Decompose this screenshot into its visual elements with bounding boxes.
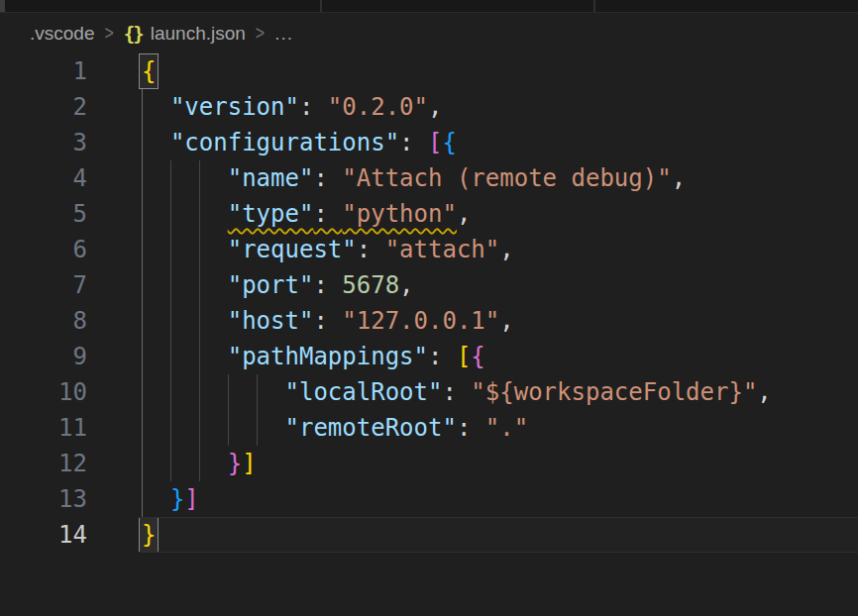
code-token: , bbox=[399, 271, 413, 299]
line-number: 1 bbox=[0, 53, 87, 89]
code-token: "pathMappings" bbox=[228, 343, 428, 370]
breadcrumb-item-file[interactable]: launch.json bbox=[151, 23, 246, 45]
chevron-right-icon: > bbox=[256, 22, 265, 45]
indent-guide bbox=[199, 267, 200, 303]
indent-guide-active bbox=[142, 339, 143, 374]
code-line: 2 "version": "0.2.0", bbox=[0, 89, 858, 125]
code-line: 14} bbox=[0, 517, 858, 553]
code-token: : bbox=[357, 236, 385, 263]
code-token: 5678 bbox=[342, 271, 399, 299]
line-number: 4 bbox=[0, 160, 87, 196]
indent-guide bbox=[170, 267, 171, 303]
line-number: 12 bbox=[0, 446, 87, 481]
breadcrumb-symbol-ellipsis[interactable]: ... bbox=[274, 23, 293, 45]
code-content[interactable]: }] bbox=[87, 446, 858, 481]
indent-guide-active bbox=[142, 160, 143, 196]
line-number: 10 bbox=[0, 374, 87, 410]
indent-guide-active bbox=[142, 125, 143, 160]
indent-guide bbox=[199, 339, 200, 374]
code-token: : bbox=[299, 93, 328, 121]
indent-guide bbox=[170, 232, 171, 267]
indent-guide bbox=[170, 339, 171, 374]
indent-guide bbox=[170, 446, 171, 481]
code-token bbox=[142, 236, 228, 263]
editor-area[interactable]: 1{2 "version": "0.2.0",3 "configurations… bbox=[0, 53, 858, 553]
code-line: 7 "port": 5678, bbox=[0, 267, 858, 303]
code-token: "python" bbox=[342, 200, 457, 228]
code-content[interactable]: "pathMappings": [{ bbox=[87, 339, 858, 374]
indent-guide bbox=[170, 410, 171, 446]
code-token: ] bbox=[242, 450, 256, 477]
code-token: , bbox=[672, 164, 686, 192]
code-token bbox=[142, 378, 285, 406]
code-token bbox=[142, 485, 170, 513]
code-line: 1{ bbox=[0, 53, 858, 89]
code-content[interactable]: { bbox=[87, 53, 858, 89]
code-content[interactable]: "request": "attach", bbox=[87, 232, 858, 267]
indent-guide bbox=[257, 374, 258, 410]
code-content[interactable]: "version": "0.2.0", bbox=[87, 89, 858, 125]
code-content[interactable]: "name": "Attach (remote debug)", bbox=[87, 160, 858, 196]
code-token bbox=[142, 200, 228, 228]
indent-guide bbox=[199, 303, 200, 339]
line-number: 14 bbox=[0, 517, 87, 553]
code-token bbox=[142, 307, 228, 335]
code-content[interactable]: "configurations": [{ bbox=[87, 125, 858, 160]
code-token: , bbox=[428, 93, 442, 121]
indent-guide bbox=[228, 410, 229, 446]
code-line: 8 "host": "127.0.0.1", bbox=[0, 303, 858, 339]
indent-guide-active bbox=[142, 374, 143, 410]
code-token: "configurations" bbox=[170, 129, 399, 156]
code-token: { bbox=[442, 129, 456, 156]
code-token bbox=[142, 271, 228, 299]
code-token: { bbox=[471, 343, 484, 370]
code-token: "request" bbox=[228, 236, 357, 263]
indent-guide bbox=[199, 374, 200, 410]
chevron-right-icon: > bbox=[104, 22, 113, 45]
code-content[interactable]: "remoteRoot": "." bbox=[87, 410, 858, 446]
breadcrumb: .vscode > {} launch.json > ... bbox=[0, 13, 858, 53]
bracket-match-box: { bbox=[139, 53, 159, 89]
code-token: "port" bbox=[228, 271, 314, 299]
code-content[interactable]: }] bbox=[87, 481, 858, 517]
code-content[interactable]: "port": 5678, bbox=[87, 267, 858, 303]
indent-guide-active bbox=[142, 196, 143, 232]
code-token: "host" bbox=[228, 307, 314, 335]
code-line: 12 }] bbox=[0, 446, 858, 481]
code-token: : bbox=[313, 200, 342, 228]
code-content[interactable]: } bbox=[87, 517, 858, 553]
code-token: : bbox=[399, 129, 428, 156]
code-content[interactable]: "localRoot": "${workspaceFolder}", bbox=[87, 374, 858, 410]
code-token: } bbox=[228, 450, 242, 477]
tab-strip bbox=[0, 0, 858, 13]
code-token: : bbox=[313, 271, 342, 299]
indent-guide-active bbox=[142, 303, 143, 339]
line-number: 13 bbox=[0, 481, 87, 517]
indent-guide bbox=[199, 160, 200, 196]
code-line: 4 "name": "Attach (remote debug)", bbox=[0, 160, 858, 196]
indent-guide bbox=[199, 232, 200, 267]
code-content[interactable]: "type": "python", bbox=[87, 196, 858, 232]
code-token bbox=[142, 129, 170, 156]
indent-guide bbox=[257, 410, 258, 446]
code-content[interactable]: "host": "127.0.0.1", bbox=[87, 303, 858, 339]
code-token: "${workspaceFolder}" bbox=[471, 378, 757, 406]
code-token: : bbox=[428, 343, 457, 370]
breadcrumb-item-folder[interactable]: .vscode bbox=[30, 23, 94, 45]
code-token: , bbox=[499, 307, 513, 335]
line-number: 7 bbox=[0, 267, 87, 303]
code-token: , bbox=[457, 200, 471, 228]
code-line: 10 "localRoot": "${workspaceFolder}", bbox=[0, 374, 858, 410]
code-token: "type" bbox=[228, 200, 314, 228]
code-line: 5 "type": "python", bbox=[0, 196, 858, 232]
code-token: ] bbox=[184, 485, 198, 513]
code-token: "127.0.0.1" bbox=[342, 307, 499, 335]
line-number: 2 bbox=[0, 89, 87, 125]
bracket-match-box: } bbox=[139, 517, 159, 553]
code-token: "." bbox=[485, 414, 528, 442]
current-line-highlight bbox=[139, 517, 858, 553]
vscode-window: .vscode > {} launch.json > ... 1{2 "vers… bbox=[0, 0, 858, 616]
indent-guide-active bbox=[142, 89, 143, 125]
code-token: : bbox=[457, 414, 485, 442]
line-number: 6 bbox=[0, 232, 87, 267]
